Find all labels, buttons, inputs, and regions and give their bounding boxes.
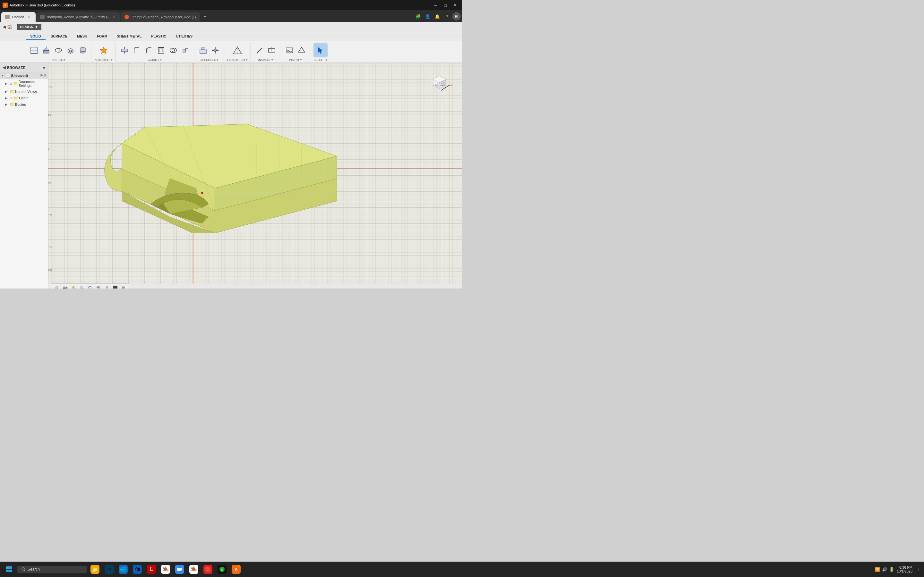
tab-tail[interactable]: Inampudi_Rohan_AirplaneTail_Red*(1) ✕ bbox=[36, 12, 120, 22]
pan-button[interactable]: ✋ bbox=[70, 284, 77, 288]
construct-button[interactable] bbox=[230, 43, 244, 57]
eye-icon-origin[interactable]: 👁 bbox=[10, 97, 13, 100]
construct-icons bbox=[230, 42, 244, 58]
joint-button[interactable] bbox=[210, 45, 221, 56]
tab-close-tail[interactable]: ✕ bbox=[111, 15, 116, 19]
svg-marker-42 bbox=[298, 47, 305, 52]
help-button[interactable]: ? bbox=[443, 12, 451, 21]
tab-plastic[interactable]: PLASTIC bbox=[147, 33, 171, 40]
svg-point-13 bbox=[80, 51, 86, 53]
notifications-button[interactable]: 🔔 bbox=[433, 12, 441, 21]
press-pull-button[interactable] bbox=[119, 45, 130, 56]
svg-marker-4 bbox=[43, 48, 49, 50]
toolbar-group-create: CREATE ▾ bbox=[26, 42, 91, 61]
camera-button[interactable]: 📷 bbox=[61, 284, 69, 288]
tab-label-head: Inampudi_Rohan_AirplaneHead_Red*(1) bbox=[132, 15, 196, 19]
sidebar: ◀ BROWSER ● ▼ 📄 (Unsaved) 👁 ⚙ ▶ ⚙ 📁 Docu… bbox=[0, 63, 48, 288]
root-icon: 📄 bbox=[6, 73, 10, 77]
tab-surface[interactable]: SURFACE bbox=[46, 33, 72, 40]
icon-toolbar: CREATE ▾ AUTOMATE ▾ bbox=[0, 41, 462, 63]
close-button[interactable]: ✕ bbox=[451, 1, 459, 10]
browser-collapse-icon[interactable]: ◀ bbox=[3, 65, 6, 70]
tab-sheet-metal[interactable]: SHEET METAL bbox=[112, 33, 146, 40]
maximize-button[interactable]: □ bbox=[441, 1, 450, 10]
account-button[interactable]: 👤 bbox=[423, 12, 432, 21]
cylinder-button[interactable] bbox=[77, 45, 89, 56]
ruler-v-50: 50 bbox=[48, 113, 51, 116]
view-cube-button[interactable] bbox=[95, 284, 102, 288]
new-component-button[interactable] bbox=[197, 45, 209, 56]
browser-item-root[interactable]: ▼ 📄 (Unsaved) 👁 ⚙ bbox=[0, 72, 48, 79]
back-nav-button[interactable]: ◀ bbox=[3, 24, 6, 29]
tab-icon-untitled bbox=[5, 15, 10, 19]
svg-rect-26 bbox=[201, 48, 205, 50]
user-avatar[interactable]: RI bbox=[452, 12, 461, 21]
svg-point-28 bbox=[214, 49, 216, 52]
expand-arrow-doc[interactable]: ▶ bbox=[5, 82, 9, 85]
main-area: ◀ BROWSER ● ▼ 📄 (Unsaved) 👁 ⚙ ▶ ⚙ 📁 Docu… bbox=[0, 63, 462, 288]
ruler-v-n150: 150 bbox=[48, 246, 52, 249]
origin-label: Origin bbox=[19, 96, 47, 100]
named-views-label: Named Views bbox=[15, 90, 47, 93]
revolve-button[interactable] bbox=[53, 45, 64, 56]
tab-solid[interactable]: SOLID bbox=[26, 33, 45, 40]
tab-mesh[interactable]: MESH bbox=[73, 33, 92, 40]
section-analysis-button[interactable] bbox=[266, 45, 278, 56]
zoom-button[interactable]: 🔍 bbox=[78, 284, 86, 288]
browser-item-doc-settings[interactable]: ▶ ⚙ 📁 Document Settings bbox=[0, 79, 48, 89]
tab-label-tail: Inampudi_Rohan_AirplaneTail_Red*(1) bbox=[47, 15, 108, 19]
display-settings-button[interactable]: 🖥 bbox=[103, 284, 110, 288]
visual-style-button[interactable]: ⬛ bbox=[111, 284, 119, 288]
automate-button[interactable] bbox=[98, 45, 110, 56]
design-button[interactable]: DESIGN ▼ bbox=[17, 24, 41, 30]
tab-add-button[interactable]: + bbox=[200, 12, 210, 21]
chamfer-button[interactable] bbox=[143, 45, 155, 56]
viewport[interactable]: 100 50 0 50 100 150 600 bbox=[48, 63, 462, 288]
expand-arrow-origin[interactable]: ▶ bbox=[5, 97, 9, 100]
ruler-v-n100: 100 bbox=[48, 214, 52, 217]
select-button[interactable] bbox=[313, 43, 328, 57]
svg-rect-24 bbox=[186, 48, 188, 51]
expand-arrow-named-views[interactable]: ▶ bbox=[5, 90, 9, 93]
titlebar-controls[interactable]: ─ □ ✕ bbox=[431, 1, 459, 10]
fillet-button[interactable] bbox=[131, 45, 142, 56]
gear-icon-root[interactable]: ⚙ bbox=[44, 74, 47, 77]
shell-button[interactable] bbox=[155, 45, 167, 56]
insert-mesh-button[interactable] bbox=[296, 45, 307, 56]
tab-utilities[interactable]: UTILITIES bbox=[171, 33, 197, 40]
insert-image-button[interactable] bbox=[284, 45, 295, 56]
toolbar-group-select: SELECT ▾ bbox=[311, 42, 330, 61]
browser-settings-icon[interactable]: ● bbox=[43, 65, 45, 70]
folder-icon-named-views: 📁 bbox=[10, 89, 15, 94]
browser-item-bodies[interactable]: ▶ 📁 Bodies bbox=[0, 101, 48, 108]
tab-untitled[interactable]: Untitled ✕ bbox=[1, 12, 36, 22]
ruler-v-n600: 600 bbox=[48, 269, 52, 271]
zoom-extend-button[interactable] bbox=[87, 284, 94, 288]
expand-arrow-root[interactable]: ▼ bbox=[1, 74, 5, 77]
axis-cube[interactable]: BOTTOM X Z bbox=[427, 69, 452, 95]
tabbar-right: 🧩 👤 🔔 ? RI bbox=[414, 12, 461, 21]
combine-button[interactable] bbox=[168, 45, 179, 56]
grid-display-button[interactable]: ⊞ bbox=[120, 284, 127, 288]
browser-item-named-views[interactable]: ▶ 📁 Named Views bbox=[0, 89, 48, 95]
box-button[interactable] bbox=[65, 45, 76, 56]
eye-icon-root[interactable]: 👁 bbox=[40, 74, 43, 77]
scale-button[interactable] bbox=[180, 45, 191, 56]
extensions-button[interactable]: 🧩 bbox=[414, 12, 422, 21]
browser-title: ◀ BROWSER bbox=[3, 65, 25, 70]
browser-item-origin[interactable]: ▶ 👁 📁 Origin bbox=[0, 95, 48, 101]
select-label: SELECT ▾ bbox=[314, 58, 327, 61]
home-button[interactable]: 🏠 bbox=[7, 24, 12, 29]
extrude-button[interactable] bbox=[40, 45, 52, 56]
tab-close-untitled[interactable]: ✕ bbox=[27, 15, 32, 19]
expand-arrow-bodies[interactable]: ▶ bbox=[5, 103, 9, 106]
measure-button[interactable] bbox=[254, 45, 265, 56]
tab-head[interactable]: Inampudi_Rohan_AirplaneHead_Red*(1) bbox=[121, 12, 200, 22]
svg-text:BOTTOM: BOTTOM bbox=[435, 85, 444, 87]
gear-icon-doc: ⚙ bbox=[10, 82, 13, 85]
tab-form[interactable]: FORM bbox=[92, 33, 111, 40]
new-sketch-button[interactable] bbox=[28, 45, 40, 56]
create-icons bbox=[28, 42, 89, 58]
toolbar-group-modify: MODIFY ▾ bbox=[116, 42, 194, 61]
minimize-button[interactable]: ─ bbox=[431, 1, 440, 10]
